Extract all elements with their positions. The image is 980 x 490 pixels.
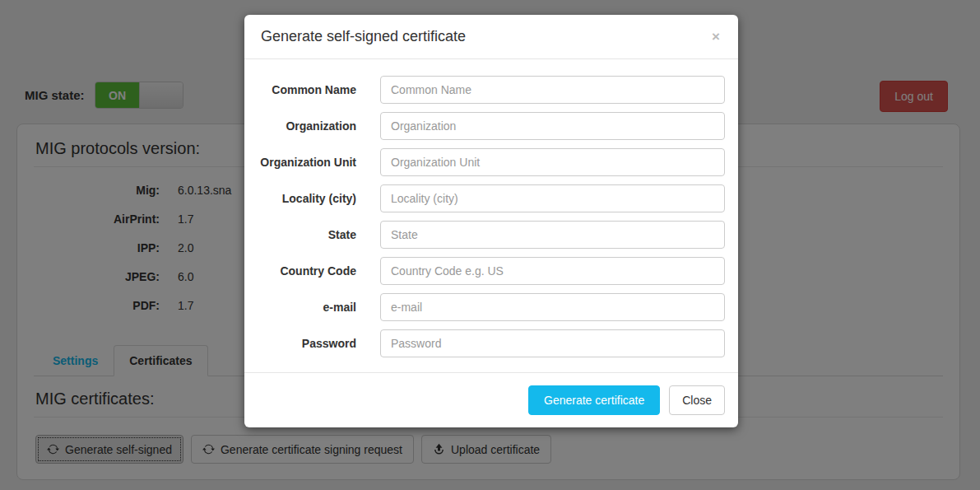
locality-label: Locality (city) — [257, 192, 356, 205]
form-row: Organization Unit — [257, 148, 726, 176]
organization-unit-label: Organization Unit — [257, 156, 356, 169]
organization-input[interactable] — [380, 112, 725, 140]
modal-close-button[interactable]: Close — [669, 385, 725, 415]
password-input[interactable] — [380, 329, 725, 357]
generate-self-signed-modal: Generate self-signed certificate × Commo… — [244, 15, 738, 427]
close-icon[interactable]: × — [707, 28, 725, 45]
form-row: Password — [257, 329, 726, 357]
form-row: Common Name — [257, 76, 726, 104]
modal-title: Generate self-signed certificate — [261, 28, 466, 45]
common-name-input[interactable] — [380, 76, 725, 104]
form-row: Country Code — [257, 257, 726, 285]
email-label: e-mail — [257, 301, 356, 314]
country-code-input[interactable] — [380, 257, 725, 285]
form-row: State — [257, 221, 726, 249]
password-label: Password — [257, 337, 356, 350]
state-input[interactable] — [380, 221, 725, 249]
organization-label: Organization — [257, 119, 356, 133]
common-name-label: Common Name — [257, 83, 356, 96]
form-row: Organization — [257, 112, 726, 140]
locality-input[interactable] — [380, 184, 725, 212]
form-row: e-mail — [257, 293, 726, 321]
certificate-form: Common Name Organization Organization Un… — [244, 59, 738, 372]
modal-header: Generate self-signed certificate × — [244, 15, 738, 59]
email-input[interactable] — [380, 293, 725, 321]
country-code-label: Country Code — [257, 264, 356, 278]
modal-footer: Generate certificate Close — [244, 372, 738, 427]
generate-certificate-button[interactable]: Generate certificate — [528, 385, 660, 415]
form-row: Locality (city) — [257, 184, 726, 212]
state-label: State — [257, 228, 356, 241]
organization-unit-input[interactable] — [380, 148, 725, 176]
